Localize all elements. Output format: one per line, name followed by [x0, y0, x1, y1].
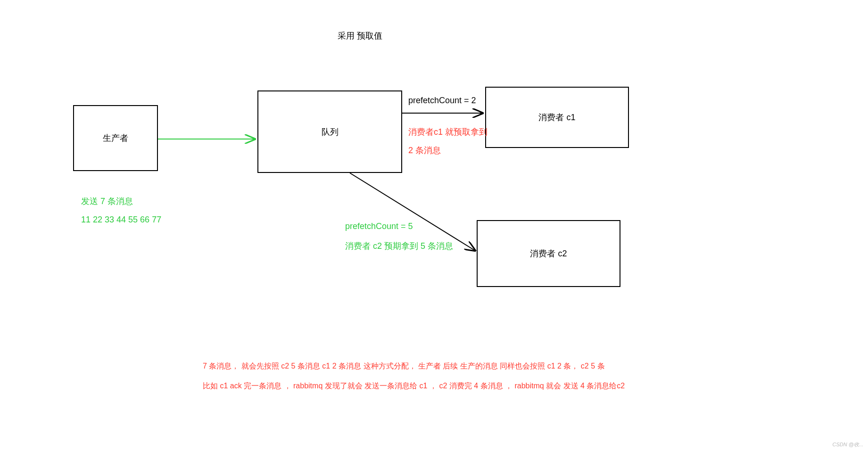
- footer-line1: 7 条消息， 就会先按照 c2 5 条消息 c1 2 条消息 这种方式分配， 生…: [203, 361, 605, 372]
- consumer-c2-label: 消费者 c2: [530, 248, 567, 259]
- svg-line-2: [350, 173, 475, 251]
- arrow-c1-note-line2: 2 条消息: [408, 145, 441, 156]
- producer-note-line1: 发送 7 条消息: [81, 196, 133, 207]
- consumer-c2-box: 消费者 c2: [477, 220, 620, 287]
- queue-label: 队列: [322, 126, 339, 138]
- producer-label: 生产者: [103, 132, 128, 144]
- arrow-c1-top-label: prefetchCount = 2: [408, 96, 476, 106]
- watermark: CSDN @收...: [832, 441, 863, 448]
- producer-note-line2: 11 22 33 44 55 66 77: [81, 215, 161, 225]
- consumer-c1-box: 消费者 c1: [485, 87, 629, 148]
- arrow-c2-label-line2: 消费者 c2 预期拿到 5 条消息: [345, 240, 453, 252]
- queue-box: 队列: [257, 90, 402, 173]
- arrow-queue-c1: [402, 106, 485, 120]
- diagram-title: 采用 预取值: [338, 30, 382, 41]
- arrow-producer-queue: [158, 134, 257, 144]
- arrow-c2-label-line1: prefetchCount = 5: [345, 221, 413, 231]
- producer-box: 生产者: [73, 105, 158, 171]
- footer-line2: 比如 c1 ack 完一条消息 ， rabbitmq 发现了就会 发送一条消息给…: [203, 380, 625, 392]
- consumer-c1-label: 消费者 c1: [538, 112, 575, 123]
- arrow-c1-note-line1: 消费者c1 就预取拿到: [408, 126, 488, 138]
